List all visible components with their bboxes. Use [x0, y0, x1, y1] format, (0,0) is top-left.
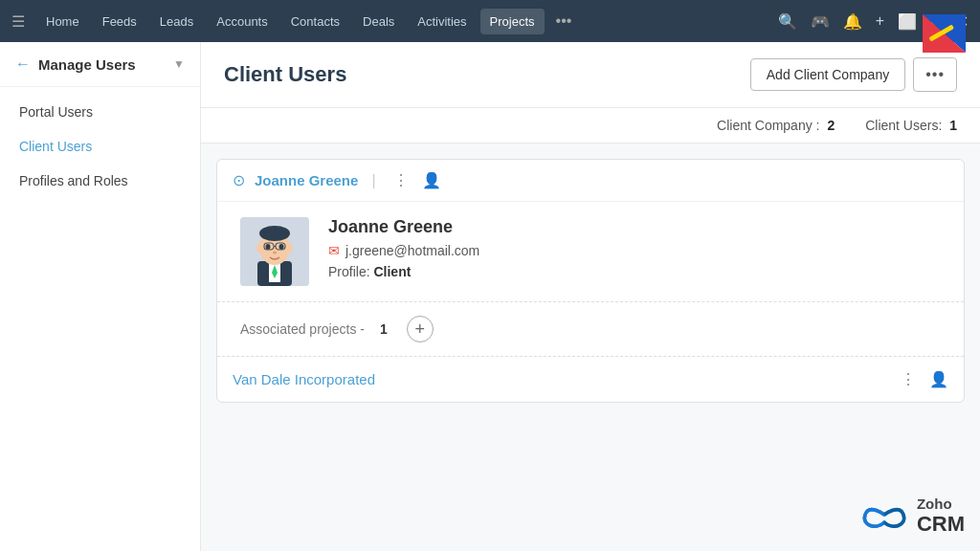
nav-accounts[interactable]: Accounts — [207, 9, 277, 34]
company-kebab-icon[interactable]: ⋮ — [901, 370, 916, 388]
nav-feeds[interactable]: Feeds — [93, 9, 146, 34]
svg-point-9 — [259, 226, 290, 241]
user-settings-icon[interactable]: 👤 — [422, 171, 441, 189]
client-company-count: 2 — [827, 118, 835, 133]
page-title: Client Users — [224, 62, 750, 87]
associated-projects-count: 1 — [380, 321, 388, 337]
profile-label: Profile: — [328, 264, 370, 279]
company-user-icon[interactable]: 👤 — [929, 370, 948, 388]
sidebar: ← Manage Users ▼ Portal Users Client Use… — [0, 42, 201, 551]
svg-point-11 — [287, 243, 293, 253]
sidebar-item-portal-users[interactable]: Portal Users — [0, 95, 200, 129]
hamburger-menu[interactable]: ☰ — [11, 12, 25, 31]
sidebar-title: Manage Users — [38, 56, 173, 73]
associated-projects-label: Associated projects - — [240, 321, 365, 337]
client-company-stat: Client Company : 2 — [717, 118, 835, 133]
add-project-button[interactable]: + — [407, 316, 434, 342]
page-header: Client Users Add Client Company ••• — [201, 42, 980, 108]
main-layout: ← Manage Users ▼ Portal Users Client Use… — [0, 42, 980, 551]
nav-more-dots[interactable]: ••• — [548, 7, 580, 35]
user-fullname: Joanne Greene — [328, 217, 941, 237]
top-logo — [913, 10, 970, 66]
back-icon[interactable]: ← — [15, 55, 31, 73]
zoho-name: Zoho — [917, 496, 965, 513]
company-row: Van Dale Incorporated ⋮ 👤 — [217, 357, 964, 402]
user-row-header: ⊙ Joanne Greene | ⋮ 👤 — [217, 160, 964, 202]
stats-row: Client Company : 2 Client Users: 1 — [201, 108, 980, 143]
user-email-row: ✉ j.greene@hotmail.com — [328, 243, 941, 258]
zoho-crm-branding: Zoho CRM — [861, 496, 965, 536]
svg-point-10 — [256, 243, 262, 253]
nav-projects[interactable]: Projects — [480, 9, 545, 34]
user-profile-row: Profile: Client — [328, 264, 941, 279]
sidebar-header[interactable]: ← Manage Users ▼ — [0, 42, 200, 87]
chevron-down-icon: ▼ — [173, 57, 185, 71]
zoho-logo-icon — [861, 499, 907, 534]
user-section-card: ⊙ Joanne Greene | ⋮ 👤 — [216, 159, 965, 403]
svg-point-12 — [266, 244, 271, 250]
svg-point-13 — [279, 244, 284, 250]
main-content: Client Users Add Client Company ••• Clie… — [201, 42, 980, 551]
email-icon: ✉ — [328, 243, 340, 258]
company-name-link[interactable]: Van Dale Incorporated — [233, 371, 887, 387]
profile-value: Client — [373, 264, 411, 279]
client-users-label: Client Users: — [865, 118, 942, 133]
add-icon[interactable]: + — [876, 12, 884, 30]
collapse-icon[interactable]: ⊙ — [233, 171, 245, 189]
nav-deals[interactable]: Deals — [353, 9, 404, 34]
zoho-text: Zoho CRM — [917, 496, 965, 536]
search-icon[interactable]: 🔍 — [778, 12, 797, 31]
user-name-link[interactable]: Joanne Greene — [255, 172, 358, 188]
nav-home[interactable]: Home — [36, 9, 89, 34]
nav-contacts[interactable]: Contacts — [281, 9, 349, 34]
kebab-menu-icon[interactable]: ⋮ — [393, 171, 409, 189]
divider: | — [371, 172, 375, 189]
bell-icon[interactable]: 🔔 — [843, 12, 862, 31]
avatar — [240, 217, 309, 286]
game-icon[interactable]: 🎮 — [811, 12, 830, 31]
user-email: j.greene@hotmail.com — [345, 243, 479, 258]
user-detail: Joanne Greene ✉ j.greene@hotmail.com Pro… — [217, 202, 964, 301]
sidebar-item-client-users[interactable]: Client Users — [0, 129, 200, 164]
user-info: Joanne Greene ✉ j.greene@hotmail.com Pro… — [328, 217, 941, 279]
crm-name: CRM — [917, 513, 965, 536]
associated-projects-section: Associated projects - 1 + — [217, 301, 964, 357]
nav-activities[interactable]: Activities — [408, 9, 476, 34]
client-users-stat: Client Users: 1 — [865, 118, 957, 133]
svg-point-14 — [273, 252, 277, 254]
client-company-label: Client Company : — [717, 118, 819, 133]
add-client-company-button[interactable]: Add Client Company — [750, 58, 905, 91]
nav-leads[interactable]: Leads — [150, 9, 203, 34]
sidebar-item-profiles-roles[interactable]: Profiles and Roles — [0, 164, 200, 198]
sidebar-menu: Portal Users Client Users Profiles and R… — [0, 87, 200, 206]
client-users-count: 1 — [949, 118, 957, 133]
top-navigation: ☰ Home Feeds Leads Accounts Contacts Dea… — [0, 0, 980, 42]
